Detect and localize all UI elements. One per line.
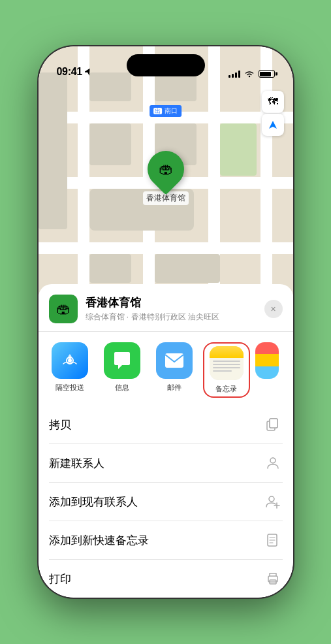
print-icon	[266, 572, 280, 586]
share-item-more[interactable]	[255, 342, 279, 398]
person-icon	[266, 456, 280, 470]
venue-header: 🏟 香港体育馆 综合体育馆 · 香港特别行政区 油尖旺区 ×	[39, 284, 293, 332]
signal-bar-3	[235, 72, 237, 78]
map-green-area	[220, 123, 257, 176]
messages-symbol	[112, 351, 133, 370]
map-pin: 🏟 香港体育馆	[143, 151, 189, 205]
action-item-new-contact[interactable]: 新建联系人	[49, 444, 283, 483]
airdrop-label: 隔空投送	[55, 383, 84, 393]
location-arrow-icon	[268, 120, 278, 130]
venue-icon-emoji: 🏟	[56, 300, 71, 317]
svg-rect-5	[270, 419, 277, 428]
signal-bar-1	[229, 75, 230, 78]
dynamic-island	[127, 54, 205, 76]
close-button[interactable]: ×	[264, 300, 283, 318]
svg-point-8	[269, 496, 274, 502]
action-item-copy[interactable]: 拷贝	[49, 406, 283, 444]
battery-icon	[259, 70, 275, 78]
map-block	[155, 254, 220, 283]
notes-line	[213, 370, 232, 372]
note-icon	[266, 533, 280, 547]
airdrop-symbol	[60, 351, 80, 370]
action-quick-note-label: 添加到新快速备忘录	[49, 533, 149, 548]
action-new-contact-label: 新建联系人	[49, 456, 104, 471]
notes-body	[210, 358, 244, 380]
signal-bar-4	[238, 71, 240, 78]
pin-emoji: 🏟	[159, 161, 173, 178]
map-block	[39, 72, 67, 229]
venue-icon: 🏟	[49, 295, 78, 323]
map-controls: 🗺	[262, 91, 284, 136]
share-item-airdrop[interactable]: 隔空投送	[46, 342, 93, 398]
phone-frame: 09:41	[39, 46, 293, 598]
notes-line	[213, 367, 240, 368]
notes-label: 备忘录	[215, 384, 237, 394]
add-contact-icon-wrap	[263, 492, 283, 511]
entrance-label-prefix: 出	[153, 108, 162, 114]
action-print-label: 打印	[49, 572, 71, 587]
location-icon	[85, 68, 91, 76]
notes-line	[213, 361, 240, 362]
map-layers-button[interactable]: 🗺	[262, 91, 284, 113]
action-copy-label: 拷贝	[49, 417, 71, 432]
battery-fill	[260, 72, 271, 76]
share-row: 隔空投送 信息	[39, 332, 293, 406]
signal-bar-2	[232, 74, 234, 78]
notes-icon	[210, 346, 244, 380]
mail-label: 邮件	[167, 383, 181, 393]
venue-name: 香港体育馆	[86, 295, 264, 310]
pin-circle: 🏟	[140, 143, 191, 195]
bottom-sheet: 🏟 香港体育馆 综合体育馆 · 香港特别行政区 油尖旺区 ×	[39, 284, 293, 598]
action-item-quick-note[interactable]: 添加到新快速备忘录	[49, 521, 283, 560]
status-icons	[229, 70, 275, 78]
map-block	[89, 254, 131, 283]
mail-symbol	[164, 352, 185, 369]
share-item-notes[interactable]: 备忘录	[203, 342, 250, 398]
action-item-add-contact[interactable]: 添加到现有联系人	[49, 483, 283, 521]
venue-description: 综合体育馆 · 香港特别行政区 油尖旺区	[86, 312, 264, 323]
action-add-contact-label: 添加到现有联系人	[49, 494, 138, 509]
phone-screen: 09:41	[39, 46, 293, 598]
venue-info: 香港体育馆 综合体育馆 · 香港特别行政区 油尖旺区	[86, 295, 264, 323]
notes-line	[213, 364, 240, 365]
share-item-mail[interactable]: 邮件	[151, 342, 198, 398]
action-list: 拷贝 新建联系人	[39, 406, 293, 598]
more-icon	[255, 342, 279, 379]
share-item-messages[interactable]: 信息	[99, 342, 146, 398]
svg-point-1	[68, 359, 72, 362]
svg-rect-2	[165, 353, 183, 368]
svg-point-7	[270, 458, 276, 463]
wifi-icon	[244, 70, 255, 78]
map-entrance-label: 出 南口	[150, 105, 182, 117]
quick-note-icon-wrap	[263, 530, 283, 550]
messages-label: 信息	[115, 383, 129, 393]
copy-icon-wrap	[263, 415, 283, 434]
signal-bars	[229, 70, 240, 78]
copy-icon	[266, 417, 280, 432]
new-contact-icon-wrap	[263, 453, 283, 473]
messages-icon	[104, 342, 140, 379]
map-location-button[interactable]	[262, 114, 284, 136]
status-time: 09:41	[57, 66, 82, 78]
mail-icon	[156, 342, 193, 379]
map-road	[39, 242, 293, 254]
airdrop-icon	[52, 342, 88, 379]
person-add-icon	[266, 494, 280, 509]
print-icon-wrap	[263, 569, 283, 588]
map-block	[89, 123, 131, 165]
notes-header	[210, 346, 244, 358]
action-item-print[interactable]: 打印	[49, 560, 283, 598]
